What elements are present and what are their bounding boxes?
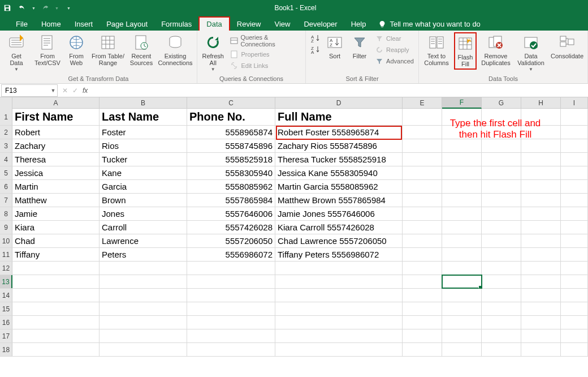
cell[interactable] [482, 139, 521, 152]
col-header[interactable]: H [521, 97, 561, 108]
cell[interactable]: Martin [12, 180, 100, 193]
cell[interactable] [442, 289, 482, 302]
cell[interactable] [442, 234, 482, 247]
cell[interactable] [561, 302, 588, 315]
cell[interactable]: Carroll [100, 221, 187, 234]
cell[interactable]: 5558305940 [187, 166, 275, 179]
row-header[interactable]: 4 [0, 153, 12, 166]
cell[interactable]: Theresa Tucker 5558525918 [275, 153, 403, 166]
cell[interactable] [12, 275, 100, 288]
cell[interactable] [482, 316, 521, 329]
worksheet-grid[interactable]: A B C D E F G H I 1First NameLast NamePh… [0, 97, 588, 357]
cell[interactable]: Martin Garcia 5558085962 [275, 180, 403, 193]
cell[interactable] [12, 289, 100, 302]
from-text-csv-button[interactable]: From Text/CSV [33, 32, 62, 66]
cell[interactable] [521, 139, 561, 152]
cell[interactable] [521, 248, 561, 261]
cell[interactable] [442, 221, 482, 234]
row-header[interactable]: 10 [0, 234, 12, 247]
row-header[interactable]: 13 [0, 275, 12, 288]
cell[interactable] [561, 139, 588, 152]
cell[interactable] [482, 289, 521, 302]
cell[interactable] [100, 289, 187, 302]
cell[interactable] [442, 275, 482, 288]
col-header[interactable]: E [403, 97, 442, 108]
cell[interactable] [187, 275, 275, 288]
tab-data[interactable]: Data [198, 16, 230, 31]
cell[interactable]: 5558745896 [187, 139, 275, 152]
cell[interactable]: 5557206050 [187, 234, 275, 247]
qat-customize-icon[interactable]: ▼ [66, 6, 72, 10]
cell[interactable] [521, 180, 561, 193]
cell[interactable]: Phone No. [187, 109, 275, 125]
cell[interactable]: Jessica Kane 5558305940 [275, 166, 403, 179]
row-header[interactable]: 5 [0, 166, 12, 179]
cell[interactable] [187, 316, 275, 329]
row-header[interactable]: 16 [0, 316, 12, 329]
cell[interactable]: 5557426028 [187, 221, 275, 234]
cell[interactable]: Robert [12, 126, 100, 139]
cell[interactable] [403, 275, 442, 288]
col-header[interactable]: D [275, 97, 403, 108]
select-all-corner[interactable] [0, 97, 12, 109]
properties-button[interactable]: Properties [228, 49, 302, 59]
cell[interactable]: Kane [100, 166, 187, 179]
get-data-button[interactable]: Get Data▼ [3, 32, 29, 72]
save-icon[interactable] [1, 2, 14, 14]
cell[interactable] [442, 248, 482, 261]
cell[interactable] [521, 329, 561, 342]
cell[interactable]: Tiffany Peters 5556986072 [275, 248, 403, 261]
cell[interactable]: 5557646006 [187, 207, 275, 220]
cell[interactable] [482, 302, 521, 315]
row-header[interactable]: 3 [0, 139, 12, 152]
queries-connections-button[interactable]: Queries & Connections [228, 33, 302, 48]
from-web-button[interactable]: From Web [66, 32, 87, 66]
cell[interactable]: 5558965874 [187, 126, 275, 139]
consolidate-button[interactable]: Consolidate [550, 32, 584, 59]
cell[interactable] [442, 262, 482, 275]
cell[interactable]: Chad [12, 234, 100, 247]
cell[interactable] [187, 289, 275, 302]
cell[interactable] [482, 248, 521, 261]
tab-view[interactable]: View [267, 18, 297, 31]
cell[interactable]: Tucker [100, 153, 187, 166]
cell[interactable] [275, 289, 403, 302]
cell[interactable]: Jessica [12, 166, 100, 179]
cell[interactable] [187, 302, 275, 315]
cell[interactable] [403, 316, 442, 329]
cell[interactable] [561, 194, 588, 207]
cell[interactable] [275, 302, 403, 315]
cell[interactable] [403, 289, 442, 302]
cell[interactable] [403, 302, 442, 315]
row-header[interactable]: 17 [0, 329, 12, 342]
cell[interactable]: Brown [100, 194, 187, 207]
cell[interactable] [561, 180, 588, 193]
cell[interactable] [482, 166, 521, 179]
cell[interactable] [275, 262, 403, 275]
cell[interactable] [482, 194, 521, 207]
cell[interactable] [12, 343, 100, 356]
name-box[interactable]: F13 ▼ [1, 84, 58, 97]
cell[interactable]: Lawrence [100, 234, 187, 247]
cell[interactable]: Matthew Brown 5557865984 [275, 194, 403, 207]
cell[interactable] [275, 343, 403, 356]
cell[interactable]: Foster [100, 126, 187, 139]
cell[interactable] [100, 316, 187, 329]
cell[interactable]: Zachary Rios 5558745896 [275, 139, 403, 152]
cell[interactable]: 5558085962 [187, 180, 275, 193]
cell[interactable]: Kiara Carroll 5557426028 [275, 221, 403, 234]
cell[interactable]: Jones [100, 207, 187, 220]
cell[interactable] [521, 302, 561, 315]
cell[interactable] [561, 329, 588, 342]
cell[interactable] [482, 180, 521, 193]
cell[interactable] [403, 262, 442, 275]
cell[interactable] [442, 194, 482, 207]
cell[interactable] [403, 221, 442, 234]
cell[interactable] [521, 194, 561, 207]
col-header[interactable]: G [482, 97, 521, 108]
cell[interactable] [482, 329, 521, 342]
tab-help[interactable]: Help [344, 18, 373, 31]
cell[interactable] [275, 329, 403, 342]
cell[interactable] [442, 180, 482, 193]
remove-duplicates-button[interactable]: Remove Duplicates [480, 32, 512, 66]
